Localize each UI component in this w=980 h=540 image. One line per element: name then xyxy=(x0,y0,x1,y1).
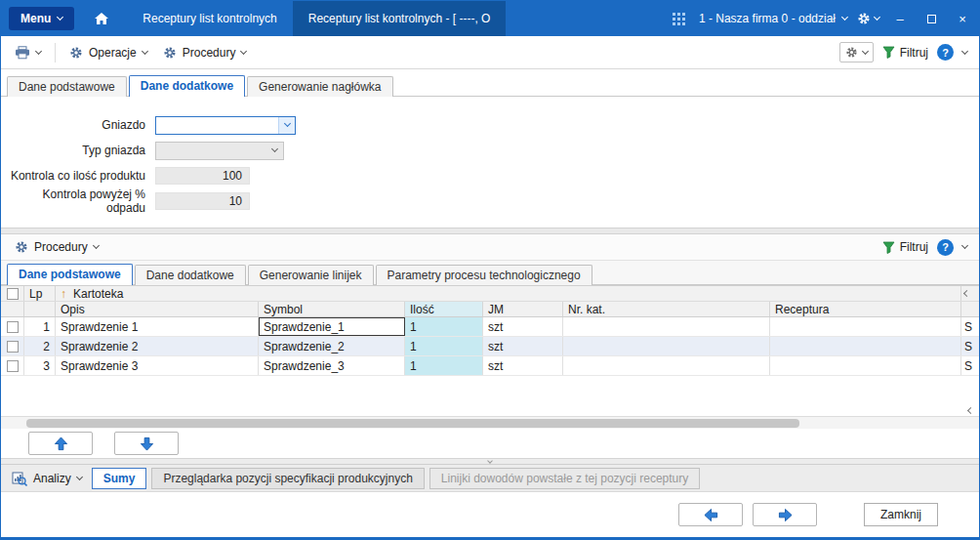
cell-symbol[interactable]: Sprawdzenie_2 xyxy=(259,337,405,355)
section-overflow-chevron-icon[interactable] xyxy=(961,242,968,249)
filter-button[interactable]: Filtruj xyxy=(882,46,928,60)
combo-dropdown-button[interactable] xyxy=(278,117,295,134)
column-header-ilosc[interactable]: Ilość xyxy=(405,302,483,316)
row-checkbox[interactable] xyxy=(7,321,19,333)
arrow-up-icon xyxy=(54,436,68,451)
tab-parametry-procesu[interactable]: Parametry procesu technologicznego xyxy=(376,265,592,285)
cell-jm[interactable]: szt xyxy=(483,356,563,375)
bottom-splitter[interactable] xyxy=(1,458,979,465)
horizontal-scrollbar[interactable] xyxy=(1,416,979,429)
chevron-down-icon xyxy=(35,47,42,54)
tab-dane-podstawowe[interactable]: Dane podstawowe xyxy=(7,76,127,97)
close-button[interactable]: × xyxy=(952,8,973,29)
window-tab-background[interactable]: Receptury list kontrolnych xyxy=(127,1,292,36)
chevron-down-icon xyxy=(271,145,278,152)
kontrola-ilosc-field[interactable]: 100 xyxy=(155,167,250,185)
cell-ilosc[interactable]: 1 xyxy=(405,356,483,375)
minimize-button[interactable]: – xyxy=(889,8,911,29)
procedury-section-button[interactable]: Procedury xyxy=(9,237,104,257)
settings-menu-button[interactable] xyxy=(857,12,879,25)
view-settings-button[interactable] xyxy=(839,42,874,62)
column-group-kartoteka[interactable]: ↑ Kartoteka xyxy=(56,286,961,301)
column-header-opis[interactable]: Opis xyxy=(56,302,259,316)
column-header-receptura[interactable]: Receptura xyxy=(770,302,961,316)
select-all-checkbox[interactable] xyxy=(7,288,19,300)
column-header-lp[interactable]: Lp xyxy=(24,286,56,301)
filtruj-label: Filtruj xyxy=(900,46,928,60)
previous-record-button[interactable] xyxy=(678,503,743,526)
sort-ascending-icon[interactable]: ↑ xyxy=(61,287,66,301)
maximize-button[interactable] xyxy=(920,8,942,29)
cell-symbol[interactable]: Sprawdzenie_3 xyxy=(259,356,405,375)
title-bar: Menu Receptury list kontrolnych Receptur… xyxy=(1,1,979,36)
chevron-down-icon xyxy=(57,14,63,21)
scrollbar-thumb[interactable] xyxy=(26,419,799,428)
column-header-jm[interactable]: JM xyxy=(483,302,563,316)
cell-cutoff: S xyxy=(961,356,979,375)
menu-button[interactable]: Menu xyxy=(9,7,74,30)
gniazdo-label: Gniazdo xyxy=(1,118,155,132)
cell-nr-kat[interactable] xyxy=(563,317,770,336)
move-row-down-button[interactable] xyxy=(114,432,179,455)
cell-symbol-focused[interactable]: Sprawdzenie_1 xyxy=(259,317,405,336)
chevron-down-icon xyxy=(283,120,290,127)
cell-ilosc[interactable]: 1 xyxy=(405,337,483,355)
cell-receptura[interactable] xyxy=(770,356,961,375)
gniazdo-combobox[interactable] xyxy=(155,116,296,135)
cell-ilosc[interactable]: 1 xyxy=(405,317,483,336)
cell-opis[interactable]: Sprawdzenie 1 xyxy=(56,317,259,336)
tab-grid-dane-podstawowe[interactable]: Dane podstawowe xyxy=(7,264,133,285)
typ-gniazda-label: Typ gniazda xyxy=(1,144,155,157)
table-row[interactable]: 1 Sprawdzenie 1 Sprawdzenie_1 1 szt S xyxy=(1,317,979,337)
cell-jm[interactable]: szt xyxy=(483,317,563,336)
kontrola-odpad-field[interactable]: 10 xyxy=(155,192,250,210)
tab-dane-dodatkowe[interactable]: Dane dodatkowe xyxy=(129,75,245,97)
tab-sumy[interactable]: Sumy xyxy=(92,468,147,489)
help-icon[interactable]: ? xyxy=(937,44,954,61)
tab-generowanie-naglowka[interactable]: Generowanie nagłówka xyxy=(247,76,392,97)
window-tab-active[interactable]: Receptury list kontrolnych - [ ----, O xyxy=(293,1,507,36)
tab-generowanie-linijek[interactable]: Generowanie linijek xyxy=(248,265,374,285)
print-button[interactable] xyxy=(9,43,47,62)
chevron-down-icon xyxy=(93,242,100,249)
filter-button[interactable]: Filtruj xyxy=(882,240,928,254)
cell-lp[interactable]: 2 xyxy=(24,337,56,355)
cell-nr-kat[interactable] xyxy=(563,337,770,355)
zamknij-button[interactable]: Zamknij xyxy=(864,503,938,526)
tab-przegladarka-pozycji[interactable]: Przeglądarka pozycji specyfikacji produk… xyxy=(151,468,424,489)
horizontal-splitter[interactable] xyxy=(1,228,979,234)
cell-receptura[interactable] xyxy=(770,317,961,336)
column-header-nr-kat[interactable]: Nr. kat. xyxy=(563,302,770,316)
apps-grid-icon[interactable] xyxy=(673,13,685,25)
arrow-left-icon xyxy=(704,508,718,522)
analizy-menu-button[interactable]: Analizy xyxy=(7,471,87,486)
company-selector[interactable]: 1 - Nasza firma 0 - oddział xyxy=(699,12,847,25)
row-checkbox[interactable] xyxy=(7,341,19,353)
cell-jm[interactable]: szt xyxy=(483,337,563,355)
toolbar-overflow-chevron-icon[interactable] xyxy=(961,47,968,54)
combo-dropdown-button[interactable] xyxy=(266,143,283,159)
help-icon[interactable]: ? xyxy=(937,239,954,256)
row-checkbox[interactable] xyxy=(7,360,19,372)
table-row[interactable]: 2 Sprawdzenie 2 Sprawdzenie_2 1 szt S xyxy=(1,337,979,356)
column-header-symbol[interactable]: Symbol xyxy=(259,302,405,316)
cell-lp[interactable]: 1 xyxy=(24,317,56,336)
table-row[interactable]: 3 Sprawdzenie 3 Sprawdzenie_3 1 szt S xyxy=(1,356,979,376)
cell-nr-kat[interactable] xyxy=(563,356,770,375)
cell-receptura[interactable] xyxy=(770,337,961,355)
typ-gniazda-combobox[interactable] xyxy=(155,142,284,160)
next-record-button[interactable] xyxy=(753,503,817,526)
scroll-left-icon[interactable] xyxy=(967,407,974,414)
cell-lp[interactable]: 3 xyxy=(24,356,56,375)
cell-opis[interactable]: Sprawdzenie 2 xyxy=(56,337,259,355)
procedures-grid: Lp ↑ Kartoteka Opis Symbol Ilość JM Nr. … xyxy=(1,285,979,416)
tab-grid-dane-dodatkowe[interactable]: Dane dodatkowe xyxy=(135,265,246,285)
chevron-down-icon xyxy=(240,47,247,54)
cell-opis[interactable]: Sprawdzenie 3 xyxy=(56,356,259,375)
maximize-icon xyxy=(927,15,936,23)
procedury-menu-button[interactable]: Procedury xyxy=(157,43,253,62)
move-row-up-button[interactable] xyxy=(28,432,93,455)
home-icon[interactable] xyxy=(94,12,109,25)
scroll-left-icon[interactable] xyxy=(963,290,970,297)
operacje-menu-button[interactable]: Operacje xyxy=(63,43,153,62)
